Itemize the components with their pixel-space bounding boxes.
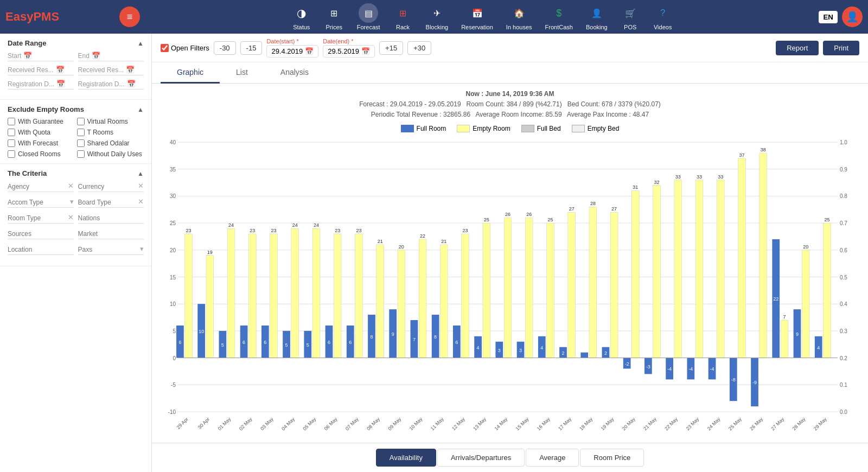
market-input[interactable] — [78, 229, 144, 239]
nav-status[interactable]: ◑ Status — [286, 1, 317, 33]
tab-graphic[interactable]: Graphic — [161, 62, 220, 84]
currency-clear-button[interactable]: ✕ — [138, 182, 144, 190]
room-type-input[interactable] — [8, 213, 74, 224]
paxs-dropdown[interactable]: ▾ — [140, 245, 144, 253]
svg-rect-63 — [312, 228, 320, 358]
legend-empty-bed-label: Empty Bed — [588, 125, 620, 132]
nav-videos[interactable]: ? Videos — [648, 1, 678, 33]
svg-text:12 May: 12 May — [451, 416, 466, 431]
date-end-input-wrap[interactable]: 29.5.2019 📅 — [323, 45, 375, 58]
registration-row: Registration D... 📅 Registration D... 📅 — [8, 80, 144, 90]
reg-end-icon[interactable]: 📅 — [127, 80, 136, 88]
bottom-tab-room-price[interactable]: Room Price — [580, 449, 644, 467]
svg-text:6: 6 — [349, 339, 352, 345]
svg-text:0.3: 0.3 — [840, 328, 847, 334]
svg-text:21: 21 — [378, 238, 383, 244]
svg-text:28: 28 — [590, 201, 596, 206]
svg-text:17 May: 17 May — [557, 416, 572, 431]
with-forecast-checkbox[interactable] — [8, 139, 15, 147]
svg-rect-158 — [717, 180, 724, 358]
criteria-header[interactable]: The Criteria ▲ — [8, 169, 144, 177]
open-filters-checkbox[interactable] — [161, 44, 169, 52]
nav-frontcash[interactable]: $ FrontCash — [540, 1, 578, 33]
bottom-tab-availability[interactable]: Availability — [376, 449, 436, 467]
chart-svg-wrap: -10-505101520253035400.00.10.20.30.40.50… — [161, 137, 859, 442]
svg-text:9: 9 — [796, 331, 799, 336]
tab-analysis[interactable]: Analysis — [264, 62, 325, 84]
svg-text:1: 1 — [583, 346, 586, 352]
nav-prices[interactable]: ⊞ Prices — [319, 1, 349, 33]
bottom-tab-arrivals-departures[interactable]: Arrivals/Departures — [437, 449, 525, 467]
board-type-clear-button[interactable]: ✕ — [138, 197, 144, 206]
minus15-button[interactable]: -15 — [240, 41, 263, 55]
nav-inhouses[interactable]: 🏠 In houses — [501, 1, 538, 33]
with-guarantee-checkbox[interactable] — [8, 118, 15, 125]
svg-text:19: 19 — [207, 249, 213, 254]
accom-type-input[interactable] — [8, 197, 74, 208]
date-start-input-wrap[interactable]: 29.4.2019 📅 — [266, 45, 318, 58]
videos-icon: ? — [653, 3, 673, 23]
nav-blocking[interactable]: ✈ Blocking — [420, 1, 454, 33]
room-type-nations-row: ✕ — [8, 213, 144, 224]
tab-list[interactable]: List — [220, 62, 264, 84]
currency-input[interactable] — [78, 182, 144, 192]
open-filters-label: Open Filters — [171, 44, 209, 52]
without-daily-uses-checkbox[interactable] — [77, 150, 85, 158]
date-range-header[interactable]: Date Range ▲ — [8, 39, 144, 47]
exclude-empty-rooms-header[interactable]: Exclude Empty Rooms ▲ — [8, 105, 144, 113]
report-button[interactable]: Report — [776, 41, 819, 55]
accom-type-dropdown[interactable]: ▾ — [70, 197, 74, 206]
end-calendar-icon[interactable]: 📅 — [92, 52, 100, 60]
received-res-end-icon[interactable]: 📅 — [126, 66, 135, 74]
svg-text:01 May: 01 May — [217, 416, 232, 431]
tab-bar: Graphic List Analysis — [152, 62, 868, 84]
reg-start-icon[interactable]: 📅 — [56, 80, 65, 88]
prices-icon: ⊞ — [324, 3, 344, 23]
language-button[interactable]: EN — [819, 11, 838, 23]
svg-text:6: 6 — [455, 339, 458, 345]
legend-empty-room-label: Empty Room — [473, 125, 510, 132]
plus15-button[interactable]: +15 — [379, 41, 403, 55]
minus30-button[interactable]: -30 — [214, 41, 236, 55]
location-input[interactable] — [8, 245, 74, 255]
plus30-button[interactable]: +30 — [407, 41, 431, 55]
start-calendar-icon[interactable]: 📅 — [23, 52, 32, 60]
date-start-wrap: Date(start) * 29.4.2019 📅 — [266, 38, 318, 58]
svg-text:5: 5 — [285, 342, 288, 347]
menu-button[interactable]: ≡ — [119, 7, 140, 27]
legend-empty-room: Empty Room — [457, 125, 510, 132]
svg-text:-10: -10 — [168, 409, 176, 415]
shared-odalar-checkbox[interactable] — [77, 139, 85, 147]
nav-status-label: Status — [293, 24, 310, 30]
nav-forecast[interactable]: ▤ Forecast — [352, 1, 386, 33]
svg-text:20: 20 — [803, 244, 808, 249]
svg-text:0.8: 0.8 — [840, 193, 847, 199]
svg-text:35: 35 — [170, 166, 176, 172]
closed-rooms-checkbox[interactable] — [8, 150, 15, 158]
svg-text:31: 31 — [633, 184, 638, 190]
paxs-input[interactable] — [78, 245, 144, 255]
sources-input[interactable] — [8, 229, 74, 239]
nations-input[interactable] — [78, 213, 144, 224]
room-type-clear-button[interactable]: ✕ — [68, 213, 74, 221]
print-button[interactable]: Print — [823, 41, 859, 55]
avatar[interactable]: 👤 — [842, 7, 863, 27]
with-quota-option: With Quota — [8, 129, 75, 136]
with-quota-checkbox[interactable] — [8, 129, 15, 136]
nav-reservation[interactable]: 📅 Reservation — [456, 1, 499, 33]
nav-booking[interactable]: 👤 Booking — [580, 1, 613, 33]
nav-pos[interactable]: 🛒 POS — [615, 1, 646, 33]
svg-text:1.0: 1.0 — [840, 139, 847, 145]
agency-input[interactable] — [8, 182, 74, 192]
virtual-rooms-checkbox[interactable] — [77, 118, 85, 125]
nations-field — [78, 213, 144, 224]
received-res-start-icon[interactable]: 📅 — [56, 66, 65, 74]
date-range-chevron: ▲ — [137, 40, 144, 47]
board-type-input[interactable] — [78, 197, 144, 208]
nav-rack[interactable]: ⊞ Rack — [388, 1, 418, 33]
t-rooms-checkbox[interactable] — [77, 129, 85, 136]
legend-full-room-box — [401, 125, 414, 132]
bottom-tab-average[interactable]: Average — [526, 449, 579, 467]
reservation-icon: 📅 — [468, 3, 487, 23]
agency-clear-button[interactable]: ✕ — [68, 182, 74, 190]
